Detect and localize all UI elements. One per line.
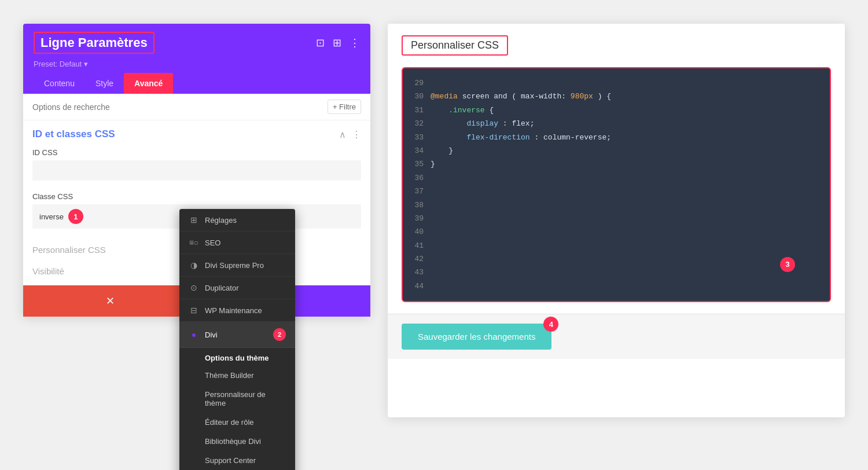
code-line-31: 31 .inverse {	[412, 104, 821, 117]
code-line-41: 41	[412, 239, 821, 252]
line-num-30: 30	[412, 90, 424, 103]
tab-avance[interactable]: Avancé	[124, 73, 173, 94]
code-line-42: 42	[412, 252, 821, 266]
menu-label-duplicator: Duplicator	[205, 284, 239, 292]
code-line-35: 35 }	[412, 157, 821, 171]
panel-tabs: Contenu Style Avancé	[34, 73, 360, 94]
code-line-38: 38	[412, 199, 821, 212]
menu-label-wp-maintenance: WP Maintenance	[205, 306, 262, 315]
tab-style[interactable]: Style	[85, 73, 124, 94]
line-num-34: 34	[412, 144, 424, 157]
id-css-label: ID CSS	[32, 148, 361, 157]
code-prop-display: display	[431, 119, 498, 128]
menu-label-reglages: Réglages	[205, 216, 237, 225]
line-num-35: 35	[412, 157, 424, 171]
css-section-title: ID et classes CSS	[32, 128, 115, 140]
duplicator-icon: ⊙	[189, 283, 199, 292]
id-css-input[interactable]	[32, 160, 361, 181]
collapse-icon[interactable]: ∧	[339, 129, 346, 140]
menu-item-reglages[interactable]: ⊞ Réglages	[179, 209, 295, 232]
line-num-31: 31	[412, 104, 424, 117]
menu-sub-editeur-role[interactable]: Éditeur de rôle	[179, 413, 295, 432]
tab-contenu[interactable]: Contenu	[34, 73, 85, 94]
class-css-label: Classe CSS	[32, 192, 361, 201]
menu-sub-support[interactable]: Support Center	[179, 451, 295, 470]
filter-button[interactable]: + Filtre	[328, 100, 361, 114]
badge-2: 2	[273, 328, 286, 341]
code-prop-flex-direction: flex-direction	[431, 133, 530, 142]
code-line-39: 39	[412, 212, 821, 225]
css-section-header: ID et classes CSS ∧ ⋮	[23, 120, 370, 145]
line-num-29: 29	[412, 76, 424, 90]
menu-sub-personnaliseur-label: Personnaliseur de thème	[205, 390, 286, 407]
wp-maintenance-icon: ⊟	[189, 306, 199, 315]
panel-header-icons: ⊡ ⊞ ⋮	[316, 36, 360, 49]
code-selector-inverse: .inverse	[431, 106, 485, 115]
code-line-34: 34 }	[412, 144, 821, 157]
search-input[interactable]	[32, 102, 322, 112]
menu-sub-theme-builder[interactable]: Thème Builder	[179, 366, 295, 385]
bottom-bar: Sauvegarder les changements 4	[388, 314, 845, 359]
divi-supreme-icon: ◑	[189, 260, 199, 270]
menu-item-seo[interactable]: ≡○ SEO	[179, 232, 295, 254]
reglages-icon: ⊞	[189, 215, 199, 225]
code-editor[interactable]: 29 30 @media screen and ( max-width: 980…	[402, 67, 831, 302]
left-panel: Ligne Paramètres ⊡ ⊞ ⋮ Preset: Defaut ▾ …	[23, 24, 370, 317]
id-css-field-group: ID CSS	[23, 145, 370, 189]
badge-1: 1	[68, 209, 83, 224]
search-row: + Filtre	[23, 94, 370, 120]
cancel-button[interactable]: ✕	[23, 285, 197, 317]
divi-icon: ●	[189, 330, 199, 339]
panel-header: Ligne Paramètres ⊡ ⊞ ⋮ Preset: Defaut ▾ …	[23, 24, 370, 94]
code-line-33: 33 flex-direction : column-reverse;	[412, 131, 821, 144]
menu-item-wp-maintenance[interactable]: ⊟ WP Maintenance	[179, 299, 295, 322]
code-line-36: 36	[412, 171, 821, 185]
code-line-37: 37	[412, 185, 821, 198]
badge-4: 4	[543, 317, 558, 332]
code-screen: screen and ( max-width:	[462, 92, 571, 101]
class-css-value: inverse	[39, 212, 64, 221]
code-line-30: 30 @media screen and ( max-width: 980px …	[412, 90, 821, 103]
menu-item-divi-supreme[interactable]: ◑ Divi Supreme Pro	[179, 254, 295, 277]
right-panel: Personnaliser CSS 29 30 @media screen an…	[388, 24, 845, 417]
screenshot-icon[interactable]: ⊡	[316, 36, 325, 49]
menu-item-duplicator[interactable]: ⊙ Duplicator	[179, 277, 295, 299]
more-icon[interactable]: ⋮	[350, 36, 360, 49]
right-panel-title: Personnaliser CSS	[402, 35, 508, 56]
menu-section-label: Options du thème	[179, 348, 295, 366]
menu-label-seo: SEO	[205, 238, 220, 247]
code-line-44: 44	[412, 280, 821, 293]
seo-icon: ≡○	[189, 238, 199, 247]
line-num-33: 33	[412, 131, 424, 144]
code-line-32: 32 display : flex;	[412, 117, 821, 130]
css-section-icons: ∧ ⋮	[339, 129, 361, 140]
code-line-43: 43	[412, 266, 821, 279]
menu-item-divi[interactable]: ● Divi 2	[179, 322, 295, 348]
keyword-media: @media	[431, 92, 458, 101]
code-line-40: 40	[412, 225, 821, 238]
split-icon[interactable]: ⊞	[333, 36, 341, 49]
menu-sub-bibliotheque[interactable]: Bibliothèque Divi	[179, 432, 295, 451]
line-num-32: 32	[412, 117, 424, 130]
dropdown-menu: ⊞ Réglages ≡○ SEO ◑ Divi Supreme Pro ⊙ D…	[179, 209, 295, 470]
code-980px: 980px	[571, 92, 593, 101]
preset-row[interactable]: Preset: Defaut ▾	[34, 60, 360, 73]
menu-sub-personnaliseur[interactable]: Personnaliseur de thème	[179, 385, 295, 413]
code-line-29: 29	[412, 76, 821, 90]
panel-title: Ligne Paramètres	[34, 32, 155, 54]
save-button[interactable]: Sauvegarder les changements	[402, 324, 551, 350]
css-more-icon[interactable]: ⋮	[352, 129, 361, 140]
menu-label-divi-supreme: Divi Supreme Pro	[205, 261, 264, 270]
menu-label-divi: Divi	[205, 331, 218, 339]
